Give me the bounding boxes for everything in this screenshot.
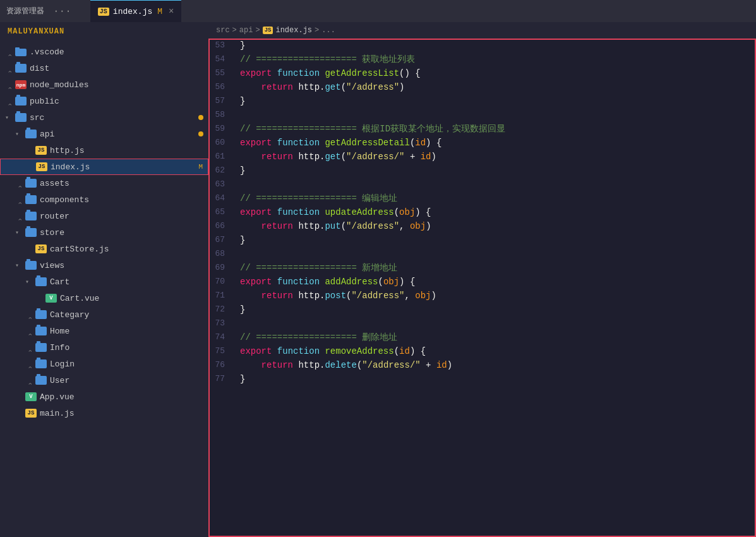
token-c-plain: + [421,360,436,370]
token-c-method: put [325,221,340,231]
sidebar-item-Info[interactable]: › Info [0,339,208,356]
tab-index-js[interactable]: JS index.js M × [90,0,182,22]
token-c-paren: ( [378,277,383,287]
sidebar-item-http.js[interactable]: JS http.js [0,142,208,159]
code-line: 63 [208,178,756,191]
sidebar-item-cartStore.js[interactable]: JS cartStore.js [0,241,208,257]
sidebar-item-router[interactable]: › router [0,208,208,224]
breadcrumb: src > api > JS index.js > ... [208,22,756,39]
code-line: 72} [208,303,756,317]
bc-sep1: > [232,26,237,35]
sidebar-item-assets[interactable]: › assets [0,175,208,191]
token-c-param: obj [383,277,399,287]
token-c-brace: } [240,40,245,51]
sidebar-item-src[interactable]: ▾ src [0,109,208,126]
token-c-comment: // =================== 获取地址列表 [240,54,415,64]
sidebar-item-Cart.vue[interactable]: V Cart.vue [0,290,208,306]
token-c-method: get [325,82,340,92]
line-number: 56 [208,80,235,94]
line-number: 68 [208,247,235,261]
token-c-string: "/address" [346,82,399,92]
sidebar-item-User[interactable]: › User [0,372,208,389]
token-c-string: "/address" [351,291,404,301]
line-content: } [235,372,756,386]
vscode-folder-icon [15,47,27,56]
tree-item-label: Info [50,343,203,353]
bc-dots: ... [321,26,335,35]
line-content [235,317,756,330]
tree-arrow: › [17,178,24,188]
code-line: 56 return http.get("/address") [208,80,756,94]
sidebar-item-components[interactable]: › components [0,191,208,208]
token-c-brace: } [240,305,245,315]
code-lines: 53}54// =================== 获取地址列表55expo… [208,39,756,386]
sidebar-item-dist[interactable]: › dist [0,60,208,76]
tree-arrow: ▾ [5,114,15,121]
tree-item-label: main.js [40,409,203,418]
vue-file-icon: V [45,294,57,303]
js-file-icon: JS [36,162,47,171]
bc-filename: index.js [275,26,312,35]
code-line: 77} [208,372,756,386]
token-c-function: function [277,277,320,287]
token-c-brace: { [421,346,426,356]
line-number: 60 [208,136,235,150]
sidebar-item-index.js[interactable]: JS index.js M [0,159,208,175]
sidebar-item-store[interactable]: ▾ store [0,224,208,241]
token-c-keyword: export [240,277,272,287]
sidebar-item-Categary[interactable]: › Categary [0,306,208,323]
code-editor[interactable]: 53}54// =================== 获取地址列表55expo… [208,39,756,537]
line-number: 62 [208,164,235,178]
token-c-return: return [261,82,293,92]
sidebar-item-vscode[interactable]: › .vscode [0,44,208,60]
token-c-paren: ) [415,207,420,217]
token-c-return: return [261,291,293,301]
token-c-plain [272,346,277,356]
line-number: 76 [208,358,235,372]
token-c-method: post [325,291,346,301]
js-file-icon: JS [25,409,37,418]
tree-arrow: › [7,80,14,90]
sidebar-item-node_modules[interactable]: › npm node_modules [0,76,208,93]
token-c-comment: // =================== 删除地址 [240,332,397,342]
token-c-function: function [277,207,320,217]
code-line: 61 return http.get("/address/" + id) [208,150,756,164]
sidebar-item-Login[interactable]: › Login [0,356,208,372]
tree-arrow: › [7,47,14,57]
token-c-paren: ) [399,277,404,287]
sidebar-item-views[interactable]: ▾ views [0,257,208,274]
token-c-plain: , [399,221,410,231]
token-c-string: "/address" [346,221,399,231]
token-c-return: return [261,360,293,370]
title-dots[interactable]: ··· [53,6,71,17]
sidebar-item-api[interactable]: ▾ api [0,126,208,142]
line-number: 65 [208,205,235,219]
token-c-keyword: export [240,68,272,78]
token-c-param: id [421,152,431,162]
token-c-plain: + [405,152,421,162]
token-c-brace: } [240,235,245,245]
sidebar-item-public[interactable]: › public [0,93,208,109]
tree-arrow: › [7,96,14,106]
line-content: } [235,303,756,317]
token-c-paren: ) [447,360,452,370]
token-c-plain: http [293,221,320,231]
line-number: 73 [208,317,235,330]
tree-item-label: public [30,97,203,106]
code-line: 70export function addAddress(obj) { [208,275,756,289]
bc-api: api [239,26,253,35]
tab-close-button[interactable]: × [169,6,174,16]
folder-icon [25,130,37,138]
tree-item-label: Categary [50,310,203,320]
line-content [235,108,756,122]
token-c-plain: , [404,291,415,301]
line-content: return http.put("/address", obj) [235,219,756,233]
sidebar-item-Cart[interactable]: ▾ Cart [0,274,208,290]
sidebar-tree[interactable]: › .vscode › dist › npm node_modules › pu… [0,41,208,537]
svg-rect-1 [15,47,20,51]
sidebar-item-main.js[interactable]: JS main.js [0,405,208,421]
sidebar-item-Home[interactable]: › Home [0,323,208,339]
sidebar-item-App.vue[interactable]: V App.vue [0,389,208,405]
token-c-funcname: getAddressList [325,68,399,78]
line-content: return http.get("/address/" + id) [235,150,756,164]
